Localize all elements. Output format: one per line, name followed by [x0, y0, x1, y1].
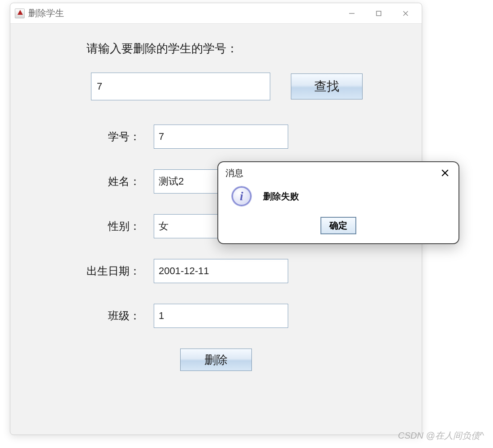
row-class: 班级： [28, 304, 404, 328]
label-birth: 出生日期： [28, 264, 154, 278]
search-row: 查找 [91, 73, 404, 100]
maximize-icon [375, 10, 382, 17]
dialog-titlebar: 消息 [218, 162, 458, 182]
field-birth[interactable] [154, 259, 288, 283]
svg-rect-1 [376, 11, 381, 16]
maximize-button[interactable] [365, 4, 392, 22]
minimize-button[interactable] [338, 4, 365, 22]
dialog-title: 消息 [225, 167, 243, 179]
minimize-icon [348, 10, 355, 17]
field-id[interactable] [154, 125, 288, 149]
close-button[interactable] [392, 4, 419, 22]
search-button[interactable]: 查找 [291, 73, 363, 99]
delete-row: 删除 [28, 349, 404, 371]
label-gender: 性别： [28, 219, 154, 233]
dialog-message: 删除失败 [263, 190, 299, 202]
dialog-actions: 确定 [218, 217, 458, 243]
row-birth: 出生日期： [28, 259, 404, 283]
dialog-ok-button[interactable]: 确定 [320, 217, 356, 234]
delete-button[interactable]: 删除 [180, 349, 252, 371]
dialog-close-button[interactable] [439, 167, 451, 179]
dialog-body: i 删除失败 [218, 182, 458, 217]
info-icon: i [232, 186, 251, 206]
label-id: 学号： [28, 129, 154, 144]
label-class: 班级： [28, 309, 154, 323]
field-class[interactable] [154, 304, 288, 328]
message-dialog: 消息 i 删除失败 确定 [217, 161, 459, 244]
watermark: CSDN @在人间负债^ [398, 430, 484, 442]
window-title: 删除学生 [28, 7, 64, 19]
label-name: 姓名： [28, 174, 154, 189]
app-icon [15, 9, 25, 18]
close-icon [441, 169, 449, 177]
prompt-label: 请输入要删除的学生的学号： [86, 41, 404, 56]
student-id-search-input[interactable] [91, 73, 270, 100]
row-id: 学号： [28, 125, 404, 149]
close-icon [402, 10, 409, 17]
window-titlebar: 删除学生 [10, 3, 422, 24]
